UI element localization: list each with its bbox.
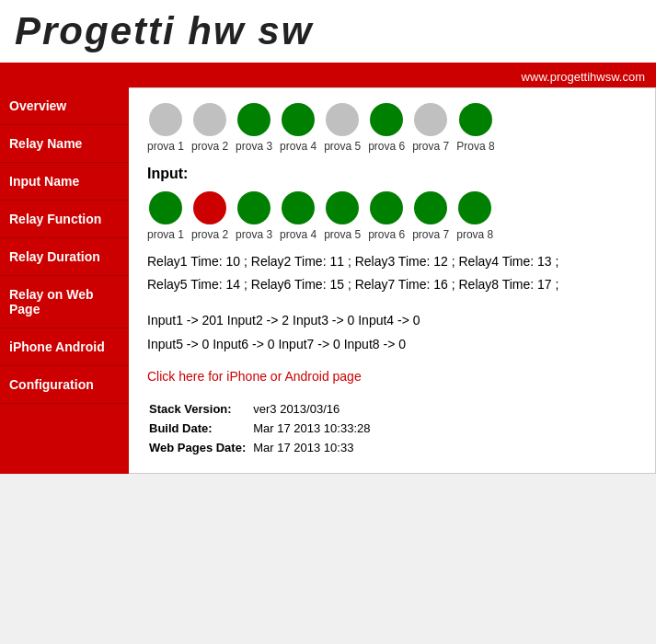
input-dot-label-4: prova 4: [280, 228, 316, 241]
input-dot-circle-4: [282, 191, 315, 224]
relay-dot-label-5: prova 5: [324, 140, 361, 153]
relay-dot-label-6: prova 6: [368, 140, 405, 153]
input-section-title: Input:: [147, 166, 637, 182]
relay-dot-circle-2: [193, 103, 226, 136]
input-dot-circle-7: [414, 191, 447, 224]
input-dot-circle-5: [326, 191, 359, 224]
relay-dot-3: prova 3: [236, 103, 272, 153]
relay-dot-circle-1: [149, 103, 182, 136]
logo-text: Progetti hw sw: [15, 9, 641, 53]
header: Progetti hw sw: [0, 0, 656, 66]
relay-dot-1: prova 1: [147, 103, 184, 153]
input-dot-label-5: prova 5: [324, 228, 361, 241]
sidebar-item-input-name[interactable]: Input Name: [0, 163, 129, 201]
input-dot-2: prova 2: [191, 191, 228, 241]
relay-dot-2: prova 2: [191, 103, 228, 153]
webpages-date-label: Web Pages Date:: [149, 439, 251, 456]
relay-dot-circle-3: [237, 103, 270, 136]
sidebar-item-relay-function[interactable]: Relay Function: [0, 201, 129, 238]
input-dot-6: prova 6: [368, 191, 405, 241]
main-layout: Overview Relay Name Input Name Relay Fun…: [0, 87, 656, 474]
relay-dot-circle-4: [282, 103, 315, 136]
input-dot-4: prova 4: [280, 191, 316, 241]
relay-dot-circle-8: [459, 103, 492, 136]
relay-times-line2: Relay5 Time: 14 ; Relay6 Time: 15 ; Rela…: [147, 273, 637, 296]
relay-dot-circle-5: [326, 103, 359, 136]
relay-dot-circle-6: [370, 103, 403, 136]
build-date-label: Build Date:: [149, 420, 251, 437]
stack-version-label: Stack Version:: [149, 400, 251, 418]
relay-dot-label-1: prova 1: [147, 140, 184, 153]
input-dot-3: prova 3: [236, 191, 272, 241]
build-date-row: Build Date: Mar 17 2013 10:33:28: [149, 420, 375, 437]
relay-dot-label-4: prova 4: [280, 140, 316, 153]
input-dot-label-7: prova 7: [412, 228, 449, 241]
relay-dot-4: prova 4: [280, 103, 316, 153]
input-dot-label-8: prova 8: [456, 228, 493, 241]
relay-dot-label-8: Prova 8: [456, 140, 494, 153]
input-values: Input1 -> 201 Input2 -> 2 Input3 -> 0 In…: [147, 309, 637, 355]
input-dot-5: prova 5: [324, 191, 361, 241]
input-dot-label-3: prova 3: [236, 228, 272, 241]
input-dot-circle-3: [237, 191, 270, 224]
input-dot-circle-1: [149, 191, 182, 224]
input-dot-label-1: prova 1: [147, 228, 184, 241]
sidebar: Overview Relay Name Input Name Relay Fun…: [0, 87, 129, 474]
relay-times: Relay1 Time: 10 ; Relay2 Time: 11 ; Rela…: [147, 250, 637, 296]
content-area: prova 1prova 2prova 3prova 4prova 5prova…: [129, 87, 656, 474]
relay-dot-7: prova 7: [412, 103, 449, 153]
relay-dot-label-3: prova 3: [236, 140, 272, 153]
relay-times-line1: Relay1 Time: 10 ; Relay2 Time: 11 ; Rela…: [147, 250, 637, 273]
sidebar-item-relay-name[interactable]: Relay Name: [0, 125, 129, 163]
input-dot-circle-8: [458, 191, 491, 224]
input-values-line2: Input5 -> 0 Input6 -> 0 Input7 -> 0 Inpu…: [147, 333, 637, 356]
input-dot-1: prova 1: [147, 191, 184, 241]
iphone-android-link[interactable]: Click here for iPhone or Android page: [147, 369, 637, 384]
sidebar-item-iphone-android[interactable]: iPhone Android: [0, 328, 129, 366]
input-dot-circle-6: [370, 191, 403, 224]
sidebar-item-relay-on-web[interactable]: Relay on Web Page: [0, 276, 129, 328]
sidebar-item-overview[interactable]: Overview: [0, 87, 129, 125]
sidebar-item-configuration[interactable]: Configuration: [0, 366, 129, 404]
relay-dot-label-7: prova 7: [412, 140, 449, 153]
input-dot-label-6: prova 6: [368, 228, 405, 241]
input-dot-8: prova 8: [456, 191, 493, 241]
stack-version-row: Stack Version: ver3 2013/03/16: [149, 400, 375, 418]
input-dot-circle-2: [193, 191, 226, 224]
relay-dot-5: prova 5: [324, 103, 361, 153]
relay-dots-row: prova 1prova 2prova 3prova 4prova 5prova…: [147, 103, 637, 153]
stack-version-value: ver3 2013/03/16: [253, 400, 375, 418]
website-url: www.progettihwsw.com: [522, 70, 645, 84]
webpages-date-value: Mar 17 2013 10:33: [253, 439, 375, 456]
input-dots-row: prova 1prova 2prova 3prova 4prova 5prova…: [147, 191, 637, 241]
build-date-value: Mar 17 2013 10:33:28: [253, 420, 375, 437]
input-values-line1: Input1 -> 201 Input2 -> 2 Input3 -> 0 In…: [147, 309, 637, 332]
relay-dot-circle-7: [414, 103, 447, 136]
relay-dot-8: Prova 8: [456, 103, 494, 153]
webpages-date-row: Web Pages Date: Mar 17 2013 10:33: [149, 439, 375, 456]
input-dot-label-2: prova 2: [191, 228, 228, 241]
version-table: Stack Version: ver3 2013/03/16 Build Dat…: [147, 398, 377, 458]
sidebar-item-relay-duration[interactable]: Relay Duration: [0, 238, 129, 276]
relay-dot-label-2: prova 2: [191, 140, 228, 153]
relay-dot-6: prova 6: [368, 103, 405, 153]
website-bar: www.progettihwsw.com: [0, 66, 656, 87]
input-dot-7: prova 7: [412, 191, 449, 241]
